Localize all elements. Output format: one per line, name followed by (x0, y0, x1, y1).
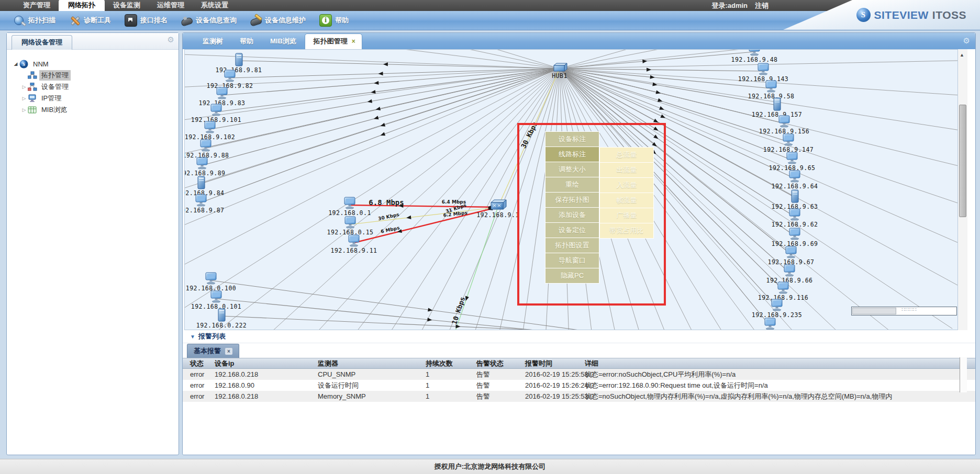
toolbar-item-port-ranking[interactable]: 接口排名 (125, 14, 168, 27)
tree-caret-icon[interactable]: ▷ (20, 96, 28, 101)
topo-node-192.168.9.84[interactable]: 192.168.9.84 (185, 176, 225, 197)
tree-caret-icon[interactable]: ▷ (20, 84, 28, 89)
topo-node-192.168.9.156[interactable]: 192.168.9.156 (759, 116, 810, 135)
topo-node-192.168.9.65[interactable]: 192.168.9.65 (769, 152, 815, 172)
main-tab-3[interactable]: 拓扑图管理× (305, 33, 362, 49)
alarm-cell: 状态=noSuchObject,物理内存利用率(%)=n/a,虚拟内存利用率(%… (585, 392, 975, 401)
context-menu-item-4[interactable]: 保存拓扑图 (545, 193, 599, 208)
topo-node-192.168.9.63[interactable]: 192.168.9.63 (771, 190, 818, 210)
map-horizontal-scrollbar[interactable]: ∷∷∷∷ (851, 307, 957, 315)
alarm-scroll-gutter[interactable] (960, 357, 967, 392)
main-tab-0[interactable]: 监测树 (194, 33, 231, 49)
alarm-tab-basic[interactable]: 基本报警 × (187, 344, 239, 358)
tree-item-mib[interactable]: ▷MIB浏览 (7, 104, 179, 116)
topo-node-192.168.9.1[interactable]: 192.168.9.1 (476, 200, 519, 219)
tree-caret-icon[interactable]: ▷ (20, 107, 28, 112)
topo-node-192.168.9.235[interactable]: 192.168.9.235 (752, 299, 803, 319)
alarm-table: 状态设备ip监测器持续次数告警状态报警时间详细error192.168.0.21… (183, 358, 975, 402)
top-menu-item-4[interactable]: 系统设置 (193, 0, 237, 11)
toolbar-item-topology-scan[interactable]: 拓扑扫描 (14, 15, 55, 26)
context-submenu-item-3[interactable]: 帧流量 (599, 193, 654, 208)
main-gear-icon[interactable]: ⚙ (963, 36, 970, 46)
topo-node-192.168.9.116[interactable]: 192.168.9.116 (758, 282, 809, 301)
topo-node-192.168.9.143[interactable]: 192.168.9.143 (738, 63, 789, 83)
tree-item-device[interactable]: ▷设备管理 (7, 81, 179, 93)
topo-node-192.168.9.69[interactable]: 192.168.9.69 (771, 228, 818, 247)
tree-caret-icon[interactable]: ◢ (12, 61, 19, 66)
context-menu-item-0[interactable]: 设备标注 (545, 131, 599, 147)
toolbar-item-diagnostic-tools[interactable]: 诊断工具 (69, 15, 111, 26)
tree-item-ip[interactable]: ▷IP管理 (7, 93, 179, 104)
context-menu-item-6[interactable]: 设备定位 (545, 223, 599, 238)
topo-node-192.168.9.157[interactable]: 192.168.9.157 (752, 98, 803, 118)
alarm-col-header-5[interactable]: 报警时间 (525, 359, 585, 368)
context-menu-item-3[interactable]: 重绘 (545, 177, 599, 193)
main-tab-1[interactable]: 帮助 (231, 33, 262, 49)
topo-node-label: 192.168.0.101 (191, 303, 242, 310)
top-menu-item-2[interactable]: 设备监测 (105, 0, 149, 11)
top-menu-item-3[interactable]: 运维管理 (149, 0, 193, 11)
topo-node-192.168.9.147[interactable]: 192.168.9.147 (763, 134, 814, 153)
topo-node-192.168.9.11[interactable]: 192.168.9.11 (330, 235, 377, 254)
topology-canvas[interactable]: HUB1192.168.9.81192.168.9.82192.168.9.83… (184, 49, 958, 330)
alarm-cell: Memory_SNMP (318, 392, 426, 400)
topo-node-192.168.9.101[interactable]: 192.168.9.101 (191, 104, 242, 123)
toolbar-item-device-info-maintenance[interactable]: 设备信息维护 (250, 15, 306, 26)
context-menu-item-5[interactable]: 添加设备 (545, 208, 599, 223)
sidebar-gear-icon[interactable]: ⚙ (168, 35, 174, 44)
context-submenu-item-1[interactable]: 出流量 (599, 163, 654, 178)
topo-node-192.168.9.87[interactable]: 192.168.9.87 (185, 195, 225, 214)
context-submenu-item-0[interactable]: 总流量 (599, 147, 654, 163)
context-submenu-item-5[interactable]: 带宽占用比 (599, 223, 654, 239)
alarm-row-0[interactable]: error192.168.0.218CPU_SNMP1告警2016-02-19 … (183, 369, 975, 380)
context-menu-item-1[interactable]: 线路标注 (545, 147, 599, 162)
topo-node-192.168.0.100[interactable]: 192.168.0.100 (186, 273, 237, 292)
topo-node-192.168.0.15[interactable]: 192.168.0.15 (327, 217, 373, 236)
map-hscroll-thumb[interactable] (852, 308, 896, 314)
context-menu-item-7[interactable]: 拓扑图设置 (545, 238, 599, 253)
tree-item-topology[interactable]: 拓扑管理 (7, 70, 179, 81)
top-menu-item-1[interactable]: 网络拓扑 (59, 0, 105, 11)
topo-node-192.168.9.62[interactable]: 192.168.9.62 (771, 209, 818, 228)
topo-node-192.168.9.64[interactable]: 192.168.9.64 (771, 171, 818, 190)
alarm-col-header-0[interactable]: 状态 (190, 359, 215, 368)
alarm-row-1[interactable]: error192.168.0.90设备运行时间1告警2016-02-19 15:… (183, 380, 975, 391)
main-tab-2[interactable]: MIB浏览 (262, 33, 305, 49)
alarm-col-header-4[interactable]: 告警状态 (476, 359, 525, 368)
topo-node-192.168.9.83[interactable]: 192.168.9.83 (198, 87, 245, 107)
sidebar-title-tab[interactable]: 网络设备管理 (12, 35, 72, 50)
map-vertical-scrollbar[interactable]: ▲ (958, 49, 967, 330)
topo-node-192.168.0.222[interactable]: 192.168.0.222 (196, 309, 247, 329)
tab-close-icon[interactable]: × (352, 38, 355, 45)
alarm-row-2[interactable]: error192.168.0.218Memory_SNMP1告警2016-02-… (183, 391, 975, 402)
alarm-col-header-1[interactable]: 设备ip (215, 359, 318, 368)
collapse-triangle-icon[interactable]: ▼ (190, 334, 195, 340)
toolbar-item-help[interactable]: 帮助 (319, 14, 349, 27)
alarm-header[interactable]: ▼ 报警列表 (183, 330, 975, 343)
tree-item-nnm[interactable]: ◢SNNM (7, 58, 179, 70)
context-menu-item-8[interactable]: 导航窗口 (545, 253, 599, 268)
context-menu-item-9[interactable]: 隐藏PC (545, 268, 599, 284)
topo-node-192.168.9.102[interactable]: 192.168.9.102 (185, 121, 235, 141)
topo-node-192.168.9.88[interactable]: 192.168.9.88 (185, 140, 229, 159)
context-submenu-item-2[interactable]: 入流量 (599, 178, 654, 193)
topo-node-192.168.9.48[interactable]: 192.168.9.48 (731, 50, 777, 63)
topo-node-192.168.9.81[interactable]: 192.168.9.81 (215, 53, 262, 74)
footer-license-bar: 授权用户:北京游龙网络科技有限公司 (0, 459, 980, 474)
topo-node-unlabeled[interactable] (765, 318, 775, 330)
topo-node-192.168.9.66[interactable]: 192.168.9.66 (766, 265, 812, 284)
alarm-col-header-6[interactable]: 详细 (585, 359, 975, 368)
top-menu-item-0[interactable]: 资产管理 (15, 0, 59, 11)
map-vscroll-thumb[interactable] (959, 105, 966, 217)
alarm-col-header-2[interactable]: 监测器 (318, 359, 426, 368)
context-submenu-item-4[interactable]: 广播量 (599, 208, 654, 223)
logout-link[interactable]: 注销 (755, 2, 769, 9)
alarm-col-header-3[interactable]: 持续次数 (426, 359, 476, 368)
topo-node-192.168.9.58[interactable]: 192.168.9.58 (748, 81, 794, 100)
scroll-up-arrow-icon[interactable]: ▲ (960, 52, 964, 58)
alarm-tab-close-icon[interactable]: × (225, 348, 232, 355)
topo-node-192.168.0.1[interactable]: 192.168.0.1 (328, 197, 371, 217)
topo-node-192.168.9.67[interactable]: 192.168.9.67 (767, 246, 814, 266)
context-menu-item-2[interactable]: 调整大小 (545, 162, 599, 177)
toolbar-item-device-info-query[interactable]: 设备信息查询 (181, 15, 237, 26)
